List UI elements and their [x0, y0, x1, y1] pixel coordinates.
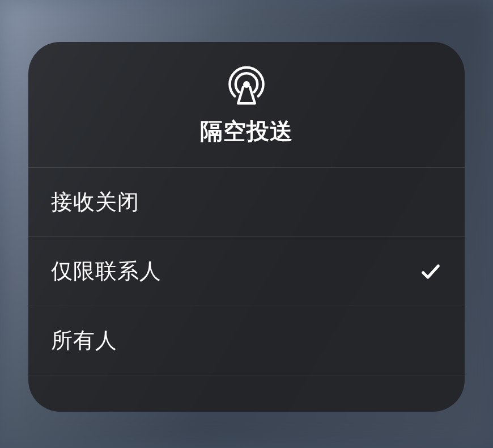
- panel-footer: [28, 375, 465, 412]
- panel-header: 隔空投送: [28, 42, 465, 168]
- option-label: 接收关闭: [51, 188, 139, 217]
- panel-title: 隔空投送: [200, 116, 293, 147]
- checkmark-icon: [419, 260, 442, 283]
- option-receiving-off[interactable]: 接收关闭: [28, 168, 465, 237]
- option-contacts-only[interactable]: 仅限联系人: [28, 237, 465, 306]
- option-label: 仅限联系人: [51, 257, 162, 286]
- option-label: 所有人: [51, 326, 117, 355]
- option-list: 接收关闭 仅限联系人 所有人: [28, 168, 465, 375]
- airdrop-settings-panel: 隔空投送 接收关闭 仅限联系人 所有人: [28, 42, 465, 412]
- option-everyone[interactable]: 所有人: [28, 306, 465, 375]
- airdrop-icon: [226, 64, 267, 105]
